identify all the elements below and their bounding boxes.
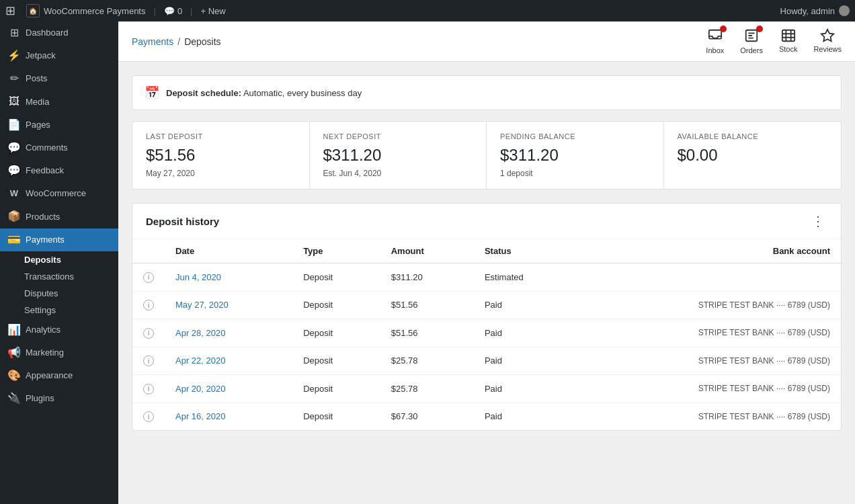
deposit-history-table: Date Type Amount Status Bank account i J… — [132, 239, 841, 430]
breadcrumb-current: Deposits — [184, 36, 220, 47]
next-deposit-sub: Est. Jun 4, 2020 — [323, 169, 473, 178]
new-label: + New — [201, 6, 226, 16]
date-link-5[interactable]: Apr 16, 2020 — [175, 411, 225, 421]
row-amount-5: $67.30 — [380, 403, 474, 430]
summary-card-next-deposit: NEXT DEPOSIT $311.20 Est. Jun 4, 2020 — [310, 122, 487, 189]
toolbar-inbox[interactable]: Inbox — [706, 28, 724, 54]
summary-card-pending-balance: PENDING BALANCE $311.20 1 deposit — [487, 122, 664, 189]
date-link-4[interactable]: Apr 20, 2020 — [175, 384, 225, 394]
sidebar-item-analytics[interactable]: 📊 Analytics — [0, 319, 118, 341]
svg-marker-3 — [821, 30, 833, 41]
howdy-label: Howdy, admin — [780, 6, 835, 16]
sidebar-sub-settings[interactable]: Settings — [0, 302, 118, 319]
sidebar-item-plugins[interactable]: 🔌 Plugins — [0, 387, 118, 410]
date-link-0[interactable]: Jun 4, 2020 — [175, 272, 221, 282]
row-status-4: Paid — [474, 375, 577, 403]
row-status-3: Paid — [474, 347, 577, 375]
appearance-icon: 🎨 — [8, 370, 20, 382]
row-type-4: Deposit — [292, 375, 380, 403]
sidebar-item-dashboard[interactable]: ⊞ Dashboard — [0, 22, 118, 44]
reviews-label: Reviews — [813, 45, 842, 53]
sidebar-item-products[interactable]: 📦 Products — [0, 206, 118, 228]
next-deposit-amount: $311.20 — [323, 146, 473, 165]
row-bank-3: STRIPE TEST BANK ···· 6789 (USD) — [577, 347, 841, 375]
row-amount-0: $311.20 — [380, 263, 474, 292]
sidebar-item-appearance[interactable]: 🎨 Appearance — [0, 364, 118, 387]
col-type: Type — [292, 239, 380, 263]
sidebar-item-feedback[interactable]: 💬 Feedback — [0, 159, 118, 182]
table-row: i Apr 22, 2020 Deposit $25.78 Paid STRIP… — [132, 347, 841, 375]
table-head: Date Type Amount Status Bank account — [132, 239, 841, 263]
info-icon-5[interactable]: i — [143, 411, 154, 422]
plugins-icon: 🔌 — [8, 393, 20, 405]
sidebar-item-payments[interactable]: 💳 Payments — [0, 228, 118, 251]
dashboard-icon: ⊞ — [8, 27, 20, 39]
row-type-0: Deposit — [292, 263, 380, 292]
deposit-schedule-text: Deposit schedule: Automatic, every busin… — [166, 88, 362, 98]
breadcrumb: Payments / Deposits — [132, 36, 706, 47]
inbox-label: Inbox — [706, 46, 724, 54]
woocommerce-icon: W — [8, 187, 20, 200]
media-icon: 🖼 — [8, 96, 20, 108]
sidebar-item-media[interactable]: 🖼 Media — [0, 91, 118, 114]
history-header: Deposit history ⋮ — [132, 204, 841, 239]
sidebar-item-pages[interactable]: 📄 Pages — [0, 114, 118, 136]
info-icon-0[interactable]: i — [143, 272, 154, 283]
col-bank-account: Bank account — [577, 239, 841, 263]
comments-count: 0 — [177, 6, 182, 16]
sidebar-sub-deposits[interactable]: Deposits — [0, 251, 118, 268]
sidebar-label-analytics: Analytics — [26, 324, 60, 336]
pending-balance-label: PENDING BALANCE — [500, 132, 650, 140]
sidebar-item-comments[interactable]: 💬 Comments — [0, 136, 118, 159]
toolbar-orders[interactable]: Orders — [740, 28, 763, 54]
toolbar-stock[interactable]: Stock — [779, 28, 798, 54]
sidebar-label-payments: Payments — [26, 234, 65, 246]
sidebar-sub-transactions[interactable]: Transactions — [0, 268, 118, 285]
table-body: i Jun 4, 2020 Deposit $311.20 Estimated … — [132, 263, 841, 431]
breadcrumb-parent[interactable]: Payments — [132, 36, 173, 47]
reviews-icon — [820, 28, 835, 43]
sidebar-sub-disputes[interactable]: Disputes — [0, 285, 118, 302]
main-wrapper: ⊞ Dashboard ⚡ Jetpack ✏ Posts 🖼 Media 📄 … — [0, 22, 855, 504]
row-bank-4: STRIPE TEST BANK ···· 6789 (USD) — [577, 375, 841, 403]
row-bank-5: STRIPE TEST BANK ···· 6789 (USD) — [577, 403, 841, 430]
comments-link[interactable]: 💬 0 — [164, 6, 182, 16]
admin-bar-sep: | — [153, 6, 155, 16]
page-content: 📅 Deposit schedule: Automatic, every bus… — [118, 62, 855, 504]
date-link-2[interactable]: Apr 28, 2020 — [175, 328, 225, 338]
payments-icon: 💳 — [8, 234, 20, 246]
new-link[interactable]: + New — [201, 6, 226, 16]
info-icon-4[interactable]: i — [143, 384, 154, 394]
row-info-3: i — [132, 347, 165, 375]
toolbar-reviews[interactable]: Reviews — [813, 28, 842, 54]
sidebar-item-jetpack[interactable]: ⚡ Jetpack — [0, 44, 118, 67]
howdy-section[interactable]: Howdy, admin — [780, 5, 850, 16]
sidebar-label-comments: Comments — [26, 142, 68, 154]
sidebar-item-woocommerce[interactable]: W WooCommerce — [0, 182, 118, 205]
info-icon-3[interactable]: i — [143, 355, 154, 366]
admin-bar: ⊞ 🏠 WooCommerce Payments | 💬 0 | + New H… — [0, 0, 855, 22]
row-amount-2: $51.56 — [380, 319, 474, 347]
last-deposit-amount: $51.56 — [146, 146, 296, 165]
available-balance-label: AVAILABLE BALANCE — [678, 132, 828, 140]
inbox-badge — [720, 26, 727, 32]
more-options-button[interactable]: ⋮ — [809, 214, 827, 228]
site-name[interactable]: 🏠 WooCommerce Payments — [26, 4, 145, 17]
info-icon-1[interactable]: i — [143, 300, 154, 310]
sidebar-label-appearance: Appearance — [26, 370, 73, 382]
row-status-5: Paid — [474, 403, 577, 430]
site-name-label: WooCommerce Payments — [44, 6, 145, 16]
row-info-0: i — [132, 263, 165, 292]
sidebar-item-posts[interactable]: ✏ Posts — [0, 67, 118, 90]
avatar — [839, 5, 850, 16]
row-date-4: Apr 20, 2020 — [165, 375, 292, 403]
pending-balance-amount: $311.20 — [500, 146, 650, 165]
info-icon-2[interactable]: i — [143, 328, 154, 339]
table-row: i Apr 16, 2020 Deposit $67.30 Paid STRIP… — [132, 403, 841, 430]
sidebar-item-marketing[interactable]: 📢 Marketing — [0, 341, 118, 364]
date-link-1[interactable]: May 27, 2020 — [175, 300, 229, 310]
feedback-icon: 💬 — [8, 165, 20, 177]
last-deposit-label: LAST DEPOSIT — [146, 132, 296, 140]
date-link-3[interactable]: Apr 22, 2020 — [175, 355, 225, 366]
sidebar-label-plugins: Plugins — [26, 392, 54, 405]
